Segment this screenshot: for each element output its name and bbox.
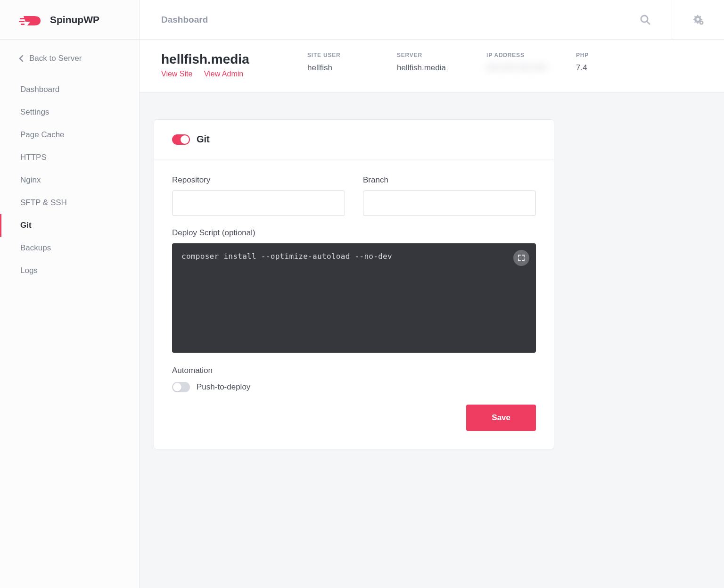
nav-logs[interactable]: Logs (0, 259, 139, 282)
server-label: SERVER (397, 52, 458, 58)
nav-label: Backups (20, 243, 51, 252)
deploy-script-text: composer install --optimize-autoload --n… (181, 252, 527, 261)
nav-label: Git (20, 221, 32, 230)
deploy-script-label: Deploy Script (optional) (172, 228, 536, 238)
site-header: hellfish.media View Site View Admin SITE… (140, 40, 724, 93)
push-to-deploy-toggle[interactable] (172, 382, 190, 392)
svg-rect-2 (21, 24, 25, 25)
php-value: 7.4 (576, 63, 637, 73)
push-to-deploy-label: Push-to-deploy (197, 382, 250, 392)
nav-settings[interactable]: Settings (0, 101, 139, 124)
card-header: Git (154, 120, 554, 159)
search-button[interactable] (634, 8, 657, 31)
settings-button[interactable] (687, 8, 710, 31)
topbar: Dashboard (140, 0, 724, 40)
save-button[interactable]: Save (466, 405, 536, 431)
automation-label: Automation (172, 366, 536, 375)
card-title: Git (197, 134, 210, 145)
back-link-label: Back to Server (29, 54, 82, 63)
breadcrumb[interactable]: Dashboard (161, 15, 634, 25)
svg-rect-0 (20, 18, 25, 19)
sidebar: SpinupWP Back to Server Dashboard Settin… (0, 0, 140, 588)
gear-icon (692, 14, 705, 26)
git-card: Git Repository Branch Depl (154, 119, 554, 449)
svg-line-4 (647, 22, 650, 24)
nav-label: Logs (20, 266, 38, 275)
svg-point-5 (697, 18, 699, 21)
content: Git Repository Branch Depl (140, 93, 724, 468)
back-to-server-link[interactable]: Back to Server (0, 40, 139, 73)
main: Dashboard (140, 0, 724, 588)
branch-input[interactable] (363, 190, 536, 216)
logo[interactable]: SpinupWP (0, 0, 139, 40)
nav-label: Nginx (20, 175, 41, 184)
nav-label: Settings (20, 108, 49, 116)
nav-page-cache[interactable]: Page Cache (0, 124, 139, 146)
nav-label: SFTP & SSH (20, 198, 67, 207)
site-user-label: SITE USER (307, 52, 369, 58)
branch-label: Branch (363, 175, 536, 185)
ip-value: 000.000.000.000 (486, 63, 548, 73)
server-value: hellfish.media (397, 63, 458, 73)
ip-label: IP ADDRESS (486, 52, 548, 58)
nav-https[interactable]: HTTPS (0, 146, 139, 169)
svg-rect-1 (19, 21, 25, 22)
logo-text: SpinupWP (50, 14, 99, 25)
nav-backups[interactable]: Backups (0, 237, 139, 259)
nav-nginx[interactable]: Nginx (0, 169, 139, 191)
svg-point-3 (641, 16, 648, 22)
svg-point-7 (701, 22, 702, 23)
nav-label: HTTPS (20, 153, 47, 162)
site-user-value: hellfish (307, 63, 369, 73)
expand-icon (518, 255, 525, 261)
nav: Dashboard Settings Page Cache HTTPS Ngin… (0, 73, 139, 282)
nav-label: Page Cache (20, 130, 65, 139)
git-toggle[interactable] (172, 134, 190, 145)
site-name: hellfish.media (161, 52, 279, 67)
nav-sftp-ssh[interactable]: SFTP & SSH (0, 191, 139, 214)
expand-button[interactable] (513, 250, 529, 266)
chevron-left-icon (19, 55, 24, 62)
view-admin-link[interactable]: View Admin (204, 70, 243, 78)
php-label: PHP (576, 52, 637, 58)
repository-label: Repository (172, 175, 345, 185)
view-site-link[interactable]: View Site (161, 70, 192, 78)
nav-label: Dashboard (20, 85, 59, 94)
repository-input[interactable] (172, 190, 345, 216)
divider (672, 0, 672, 40)
nav-dashboard[interactable]: Dashboard (0, 78, 139, 101)
deploy-script-input[interactable]: composer install --optimize-autoload --n… (172, 243, 536, 353)
logo-icon (19, 12, 44, 27)
nav-git[interactable]: Git (0, 214, 139, 237)
search-icon (640, 15, 650, 25)
